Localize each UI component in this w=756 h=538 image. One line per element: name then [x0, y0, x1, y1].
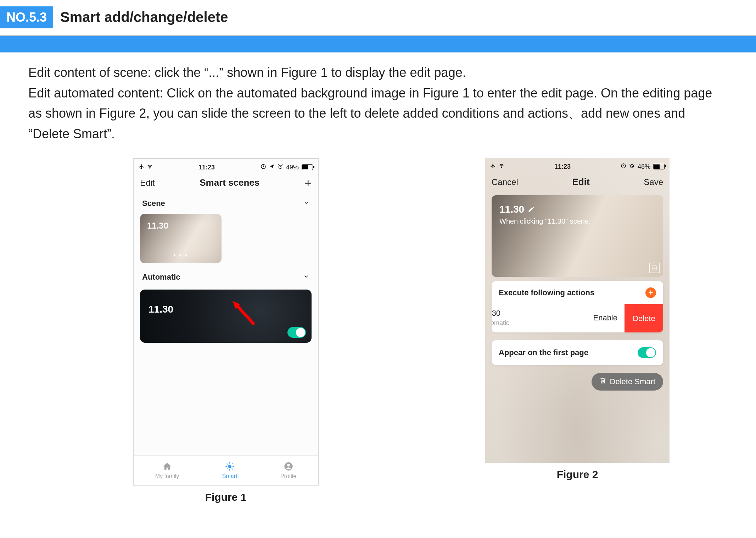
- profile-icon: [283, 461, 294, 472]
- wifi-icon: [147, 164, 153, 171]
- figure-2: 11:23 48%: [485, 158, 670, 503]
- execute-actions-card: Execute following actions + 11.30 Automa…: [492, 281, 663, 332]
- body-text: Edit content of scene: click the “...” s…: [0, 52, 756, 144]
- scene-section-label: Scene: [142, 199, 165, 208]
- chevron-down-icon[interactable]: [303, 273, 309, 282]
- tab-smart[interactable]: Smart: [222, 461, 237, 480]
- home-icon: [162, 461, 173, 472]
- action-title: 11.30: [492, 309, 509, 318]
- phone-2-frame: 11:23 48%: [485, 158, 670, 463]
- delete-smart-label: Delete Smart: [610, 377, 655, 386]
- section-title: Smart add/change/delete: [60, 6, 228, 25]
- image-edit-icon[interactable]: [649, 263, 660, 273]
- tab-my-family[interactable]: My family: [155, 461, 179, 480]
- figure-1: 11:23 49%: [133, 158, 319, 503]
- tab-profile[interactable]: Profile: [280, 461, 296, 480]
- scene-hero-card[interactable]: 11.30 When clicking "11.30" scene.: [492, 195, 663, 277]
- orientation-lock-icon: [621, 163, 626, 170]
- battery-percent: 48%: [638, 163, 650, 170]
- tab-label: My family: [155, 473, 179, 480]
- scene-name: 11.30: [499, 204, 524, 215]
- appear-first-page-label: Appear on the first page: [499, 348, 588, 357]
- scene-name-row[interactable]: 11.30: [499, 204, 535, 215]
- battery-percent: 49%: [286, 164, 299, 171]
- scene-card[interactable]: 11.30 • • •: [140, 214, 222, 263]
- automation-card[interactable]: 11.30: [140, 290, 312, 343]
- scene-name: 11.30: [147, 221, 168, 231]
- status-bar: 11:23 49%: [134, 159, 318, 174]
- action-enable-label: Enable: [593, 313, 617, 323]
- status-time: 11:23: [554, 163, 571, 170]
- execute-actions-label: Execute following actions: [499, 288, 594, 297]
- status-time: 11:23: [198, 164, 215, 171]
- airplane-icon: [139, 164, 144, 171]
- phone-nav: Edit Smart scenes +: [134, 174, 318, 193]
- battery-icon: [653, 164, 665, 169]
- action-row[interactable]: 11.30 Automatic Enable Delete: [492, 304, 663, 332]
- svg-rect-9: [652, 266, 656, 270]
- figure-1-caption: Figure 1: [205, 491, 247, 503]
- wifi-icon: [499, 163, 504, 170]
- svg-point-5: [287, 464, 290, 466]
- tab-bar: My family Smart Profile: [134, 455, 318, 485]
- body-paragraph-2: Edit automated content: Click on the aut…: [28, 83, 728, 144]
- orientation-lock-icon: [261, 164, 266, 171]
- delete-smart-button[interactable]: Delete Smart: [592, 373, 663, 391]
- automation-name: 11.30: [149, 304, 173, 315]
- body-paragraph-1: Edit content of scene: click the “...” s…: [28, 62, 728, 83]
- pencil-icon[interactable]: [528, 204, 535, 215]
- alarm-icon: [278, 164, 283, 171]
- phone-1-frame: 11:23 49%: [133, 158, 319, 486]
- section-badge: NO.5.3: [0, 6, 53, 28]
- phone-nav: Cancel Edit Save: [485, 173, 670, 192]
- figure-2-caption: Figure 2: [557, 469, 598, 481]
- cancel-button[interactable]: Cancel: [492, 177, 518, 187]
- delete-action-button[interactable]: Delete: [625, 304, 663, 332]
- header-divider-bar: [0, 35, 756, 52]
- scene-subtitle: When clicking "11.30" scene.: [499, 217, 591, 225]
- chevron-down-icon[interactable]: [303, 199, 309, 208]
- save-button[interactable]: Save: [644, 177, 663, 187]
- smart-icon: [224, 461, 235, 472]
- appear-first-page-toggle[interactable]: [638, 347, 656, 358]
- action-subtitle: Automatic: [492, 319, 509, 327]
- battery-icon: [302, 164, 313, 170]
- alarm-icon: [629, 163, 635, 170]
- tab-label: Profile: [280, 473, 296, 480]
- add-scene-button[interactable]: +: [304, 179, 312, 187]
- status-bar: 11:23 48%: [485, 158, 670, 173]
- automatic-section-label: Automatic: [142, 273, 180, 282]
- svg-point-6: [501, 167, 502, 168]
- location-icon: [269, 164, 275, 171]
- nav-edit-button[interactable]: Edit: [140, 178, 155, 188]
- nav-title: Smart scenes: [200, 177, 259, 188]
- svg-point-0: [150, 168, 150, 168]
- automation-toggle[interactable]: [287, 327, 306, 338]
- trash-icon: [599, 377, 606, 386]
- scene-more-button[interactable]: • • •: [174, 252, 188, 258]
- tab-label: Smart: [222, 473, 237, 480]
- appear-first-page-card: Appear on the first page: [492, 340, 663, 365]
- nav-title: Edit: [572, 176, 589, 187]
- add-action-button[interactable]: +: [645, 287, 656, 298]
- svg-point-3: [228, 465, 231, 468]
- airplane-icon: [490, 163, 496, 170]
